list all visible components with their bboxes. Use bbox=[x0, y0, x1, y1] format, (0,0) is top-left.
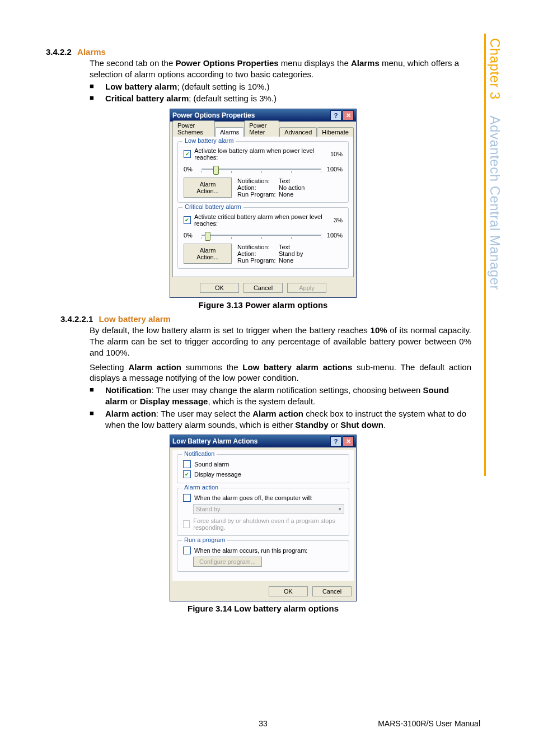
low-slider-thumb[interactable] bbox=[213, 166, 219, 175]
close-button[interactable]: ✕ bbox=[343, 110, 354, 120]
bullet-icon: ■ bbox=[90, 408, 105, 431]
group-low-battery: Low battery alarm Activate low battery a… bbox=[177, 141, 349, 203]
tab-alarms[interactable]: Alarms bbox=[215, 127, 244, 137]
heading-3-4-2-2-1: 3.4.2.2.1 Low battery alarm bbox=[60, 314, 480, 324]
side-tab-spacer bbox=[488, 104, 503, 111]
bullet-notification: ■ Notification: The user may change the … bbox=[90, 385, 471, 407]
side-tab-title: Advantech Central Manager bbox=[488, 116, 503, 290]
heading-3-4-2-2-title: Alarms bbox=[77, 47, 106, 57]
manual-title: MARS-3100R/S User Manual bbox=[378, 719, 480, 728]
label-crit-activate: Activate critical battery alarm when pow… bbox=[194, 213, 334, 227]
row-display-message: Display message bbox=[183, 470, 343, 478]
low-alarm-action-button[interactable]: Alarm Action... bbox=[184, 178, 232, 198]
bullet-icon: ■ bbox=[90, 81, 105, 92]
ok-button[interactable]: OK bbox=[269, 586, 308, 596]
row-crit-alarm-action: Alarm Action... Notification:Text Action… bbox=[184, 244, 343, 264]
dialog-title: Power Options Properties bbox=[172, 111, 255, 119]
row-force: Force stand by or shutdown even if a pro… bbox=[183, 517, 343, 531]
checkbox-crit-activate[interactable] bbox=[184, 216, 191, 224]
crit-alarm-action-button[interactable]: Alarm Action... bbox=[184, 244, 232, 264]
checkbox-display-message[interactable] bbox=[183, 470, 191, 478]
bullet-alarm-action: ■ Alarm action: The user may select the … bbox=[90, 408, 471, 431]
tab-power-meter[interactable]: Power Meter bbox=[244, 120, 279, 137]
cancel-button[interactable]: Cancel bbox=[312, 586, 352, 596]
close-button[interactable]: ✕ bbox=[343, 436, 354, 446]
dialog-power-options: Power Options Properties ? ✕ Power Schem… bbox=[170, 109, 357, 298]
row-sound-alarm: Sound alarm bbox=[183, 460, 343, 468]
label-run-when: When the alarm occurs, run this program: bbox=[194, 547, 307, 554]
help-button[interactable]: ? bbox=[330, 436, 341, 446]
group-notification: Notification Sound alarm Display message bbox=[177, 454, 349, 483]
heading-3-4-2-2-num: 3.4.2.2 bbox=[46, 47, 72, 57]
heading-3-4-2-2: 3.4.2.2 Alarms bbox=[46, 47, 480, 57]
value-crit-pct: 3% bbox=[334, 217, 343, 223]
label-sound-alarm: Sound alarm bbox=[194, 461, 229, 468]
page-number: 33 bbox=[259, 719, 268, 728]
dialog-titlebar: Power Options Properties ? ✕ bbox=[170, 109, 356, 122]
row-low-alarm-action: Alarm Action... Notification:Text Action… bbox=[184, 178, 343, 198]
dialog-title: Low Battery Alarm Actions bbox=[172, 437, 257, 445]
value-low-pct: 10% bbox=[330, 151, 343, 157]
heading-3-4-2-2-1-title: Low battery alarm bbox=[99, 314, 171, 324]
checkbox-low-activate[interactable] bbox=[184, 150, 191, 158]
cancel-button[interactable]: Cancel bbox=[243, 283, 283, 293]
low-slider-min: 0% bbox=[184, 166, 198, 172]
para-low-default: By default, the low battery alarm is set… bbox=[90, 325, 471, 358]
dialog-button-row: OK Cancel bbox=[170, 583, 356, 601]
crit-slider-thumb[interactable] bbox=[205, 232, 210, 241]
figure-3-13-caption: Figure 3.13 Power alarm options bbox=[46, 300, 480, 310]
help-button[interactable]: ? bbox=[330, 110, 341, 120]
bullet-low-battery: ■ Low battery alarm; (default setting is… bbox=[90, 81, 471, 92]
chapter-side-tab: Chapter 3 Advantech Central Manager bbox=[484, 34, 504, 476]
crit-slider-max: 100% bbox=[325, 232, 343, 239]
para-alarms-intro: The second tab on the Power Options Prop… bbox=[90, 58, 471, 80]
group-notification-legend: Notification bbox=[182, 450, 217, 457]
label-low-activate: Activate low battery alarm when power le… bbox=[194, 147, 330, 161]
chevron-down-icon: ▾ bbox=[339, 506, 341, 512]
crit-slider-min: 0% bbox=[184, 232, 198, 239]
tab-hibernate[interactable]: Hibernate bbox=[317, 127, 354, 137]
tab-strip: Power Schemes Alarms Power Meter Advance… bbox=[170, 122, 356, 136]
bullet-icon: ■ bbox=[90, 93, 105, 104]
tab-advanced[interactable]: Advanced bbox=[279, 127, 317, 137]
para-low-alarm-action: Selecting Alarm action summons the Low b… bbox=[90, 362, 471, 384]
checkbox-force bbox=[183, 520, 190, 528]
dialog-titlebar: Low Battery Alarm Actions ? ✕ bbox=[170, 435, 356, 447]
row-crit-slider: 0% 100% bbox=[184, 230, 343, 240]
select-standby[interactable]: Stand by ▾ bbox=[193, 504, 344, 514]
row-low-slider: 0% 100% bbox=[184, 164, 343, 174]
select-standby-value: Stand by bbox=[196, 506, 220, 512]
bullet-icon: ■ bbox=[90, 385, 105, 407]
group-crit-legend: Critical battery alarm bbox=[182, 203, 243, 210]
figure-3-14-caption: Figure 3.14 Low battery alarm options bbox=[46, 604, 480, 613]
ok-button[interactable]: OK bbox=[200, 283, 239, 293]
crit-slider[interactable] bbox=[202, 230, 321, 240]
group-alarm-action-legend: Alarm action bbox=[182, 484, 221, 491]
group-low-legend: Low battery alarm bbox=[182, 137, 236, 144]
heading-3-4-2-2-1-num: 3.4.2.2.1 bbox=[60, 314, 93, 324]
checkbox-run-program[interactable] bbox=[183, 547, 191, 554]
side-tab-text: Chapter 3 Advantech Central Manager bbox=[487, 34, 503, 290]
bullet-critical-battery: ■ Critical battery alarm; (default setti… bbox=[90, 93, 471, 104]
side-tab-chapter: Chapter 3 bbox=[488, 38, 503, 100]
row-low-activate: Activate low battery alarm when power le… bbox=[184, 147, 343, 161]
group-critical-battery: Critical battery alarm Activate critical… bbox=[177, 207, 349, 269]
low-alarm-action-summary: Notification:Text Action:No action Run P… bbox=[237, 178, 305, 198]
configure-program-button[interactable]: Configure program... bbox=[193, 557, 262, 567]
tab-panel-alarms: Low battery alarm Activate low battery a… bbox=[172, 136, 354, 277]
apply-button[interactable]: Apply bbox=[287, 283, 326, 293]
crit-alarm-action-summary: Notification:Text Action:Stand by Run Pr… bbox=[237, 244, 303, 264]
tab-power-schemes[interactable]: Power Schemes bbox=[172, 120, 215, 137]
dialog-button-row: OK Cancel Apply bbox=[170, 279, 356, 297]
low-slider[interactable] bbox=[202, 164, 321, 174]
page-footer: 33 MARS-3100R/S User Manual bbox=[46, 719, 480, 728]
group-run-legend: Run a program bbox=[182, 536, 227, 543]
group-run-program: Run a program When the alarm occurs, run… bbox=[177, 540, 349, 572]
checkbox-when-alarm[interactable] bbox=[183, 494, 191, 502]
row-run-when: When the alarm occurs, run this program: bbox=[183, 547, 343, 554]
row-crit-activate: Activate critical battery alarm when pow… bbox=[184, 213, 343, 227]
label-force: Force stand by or shutdown even if a pro… bbox=[193, 517, 343, 531]
low-slider-max: 100% bbox=[325, 166, 343, 172]
label-when-alarm: When the alarm goes off, the computer wi… bbox=[194, 494, 312, 501]
checkbox-sound-alarm[interactable] bbox=[183, 460, 191, 468]
